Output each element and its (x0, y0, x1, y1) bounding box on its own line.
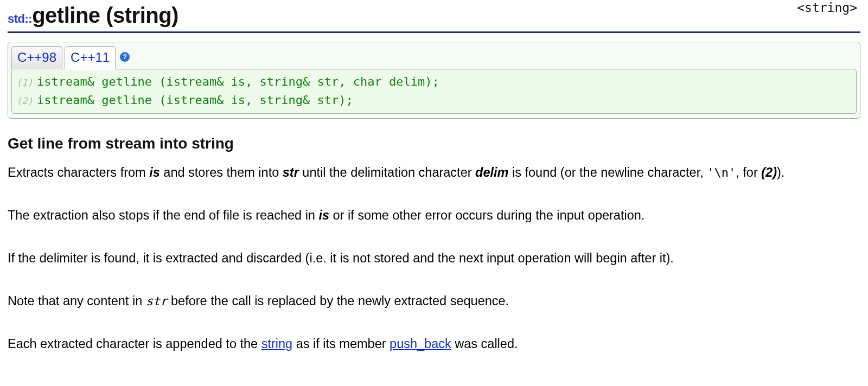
signature-index: (1) (16, 76, 30, 89)
link-push-back[interactable]: push_back (390, 337, 451, 351)
description-paragraph-3: If the delimiter is found, it is extract… (8, 249, 860, 267)
newline-literal: '\n' (707, 166, 736, 179)
description-paragraph-5: Each extracted character is appended to … (8, 335, 860, 353)
overload-ref: (2) (761, 165, 777, 179)
param-delim: delim (475, 165, 508, 179)
param-str: str (146, 294, 168, 308)
page-title: getline (string) (32, 0, 178, 30)
param-str: str (283, 165, 299, 179)
page-header: std:: getline (string) <string> (8, 0, 860, 33)
link-string[interactable]: string (261, 337, 292, 351)
header-include-tag: <string> (797, 0, 857, 16)
description-paragraph-4: Note that any content in str before the … (8, 292, 860, 310)
namespace-label: std:: (8, 11, 32, 28)
standard-tabs: C++98 C++11 ? (8, 42, 860, 69)
tab-cpp98[interactable]: C++98 (11, 46, 62, 69)
signature-code: istream& getline (istream& is, string& s… (37, 74, 439, 91)
signature-code: istream& getline (istream& is, string& s… (37, 92, 353, 109)
param-is: is (149, 165, 160, 179)
title-block: std:: getline (string) (8, 0, 860, 30)
signature-block: C++98 C++11 ? (1) istream& getline (istr… (8, 42, 860, 119)
signature-list: (1) istream& getline (istream& is, strin… (11, 69, 857, 114)
description-paragraph-1: Extracts characters from is and stores t… (8, 164, 860, 182)
param-is: is (318, 208, 329, 222)
section-title: Get line from stream into string (8, 133, 860, 154)
signature-row: (1) istream& getline (istream& is, strin… (16, 73, 852, 92)
help-icon[interactable]: ? (120, 52, 130, 62)
description-paragraph-2: The extraction also stops if the end of … (8, 207, 860, 224)
tab-cpp11[interactable]: C++11 (65, 46, 116, 69)
signature-row: (2) istream& getline (istream& is, strin… (16, 91, 852, 110)
signature-index: (2) (16, 95, 30, 108)
